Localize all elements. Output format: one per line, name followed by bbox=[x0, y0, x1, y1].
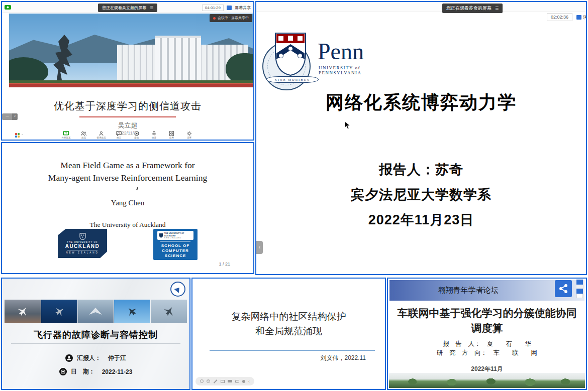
statue-graphic bbox=[52, 35, 80, 87]
slide6-date: 2022年11月 bbox=[388, 365, 586, 373]
transport-plane-photo bbox=[151, 300, 187, 323]
text-cursor-artifact bbox=[136, 187, 138, 190]
scrollbar[interactable] bbox=[576, 280, 583, 298]
meeting-toolbar: 共享屏幕 成员 管理成员 聊天 录制 转录 应用 设置 bbox=[60, 131, 195, 139]
logo-divider bbox=[67, 250, 97, 250]
fighter-photo bbox=[41, 300, 77, 323]
building-tower-graphic bbox=[155, 36, 201, 87]
airliner-photo bbox=[5, 300, 41, 323]
mouse-cursor-icon bbox=[345, 121, 350, 129]
share-mode-label[interactable]: 屏幕共享 bbox=[235, 5, 251, 11]
menu-icon[interactable]: ☰ bbox=[495, 6, 499, 11]
person-icon bbox=[65, 354, 73, 362]
scrollbar-track[interactable] bbox=[576, 294, 583, 298]
slide1-author: 吴立超 bbox=[2, 121, 253, 130]
slide-panel-auckland[interactable]: Mean Field Game as a Framework for Many-… bbox=[1, 142, 254, 274]
toolbar-manage[interactable]: 管理成员 bbox=[95, 131, 108, 139]
presenter-mode-button[interactable]: 演 bbox=[576, 14, 587, 21]
meeting-topbar: 您正在观看吴立超的屏幕 ☰ 04:01:29 屏幕共享 bbox=[2, 2, 253, 13]
members-icon bbox=[81, 131, 87, 136]
settings-icon bbox=[187, 131, 192, 136]
toolbar-share-screen[interactable]: 共享屏幕 bbox=[60, 131, 72, 139]
comment-icon[interactable] bbox=[235, 380, 239, 383]
meeting-app-icon[interactable] bbox=[5, 5, 11, 10]
screen-share-icon bbox=[63, 131, 69, 136]
floating-pill-text: ⋯ bbox=[2, 113, 12, 120]
slide1-cover-photo bbox=[9, 14, 253, 87]
meeting-timer: 02:02:36 bbox=[547, 13, 572, 21]
slide-panel-vehicular[interactable]: 翱翔青年学者论坛 车联网中基于强化学习的分簇使能协同 调度算 报 告 人： 夏 … bbox=[387, 278, 587, 390]
more-icon[interactable] bbox=[242, 380, 245, 383]
screen-icon[interactable] bbox=[228, 380, 232, 382]
stealth-fighter-photo bbox=[114, 300, 150, 323]
slide2-title-line1: Mean Field Game as a Framework for bbox=[2, 159, 253, 172]
mic-icon bbox=[152, 131, 156, 136]
floating-share-pill[interactable]: ⋯ ‹ bbox=[2, 113, 18, 120]
transport-plane-icon bbox=[160, 302, 178, 320]
slide6-title: 车联网中基于强化学习的分簇使能协同 调度算 bbox=[388, 306, 586, 336]
share-icon bbox=[558, 283, 569, 294]
watching-banner[interactable]: 您正在观看吴立超的屏幕 ☰ bbox=[98, 4, 157, 12]
reporter-label: 汇报人： bbox=[77, 354, 101, 362]
slide5-byline: 刘义伟，2022.11 bbox=[321, 354, 366, 362]
penn-wordmark: Penn bbox=[318, 38, 364, 65]
logo-right-line2: COMPUTER bbox=[162, 248, 189, 253]
screen-share-panel-wulichao[interactable]: 您正在观看吴立超的屏幕 ☰ 04:01:29 屏幕共享 会议中 · 屏幕共享中 … bbox=[1, 1, 254, 141]
slide2-author: Yang Chen bbox=[2, 199, 253, 207]
toolbar-transcribe[interactable]: 转录 bbox=[148, 131, 160, 139]
prev-icon[interactable] bbox=[200, 379, 204, 383]
slide2-title-line2: Many-agent Inverse Reinforcement Learnin… bbox=[2, 172, 253, 184]
presenter-mode-label: 演 bbox=[583, 14, 587, 21]
campus-photo-strip bbox=[389, 373, 585, 388]
slide4-reporter-row: 汇报人： 仲于江 bbox=[2, 354, 189, 362]
pen-icon[interactable] bbox=[214, 379, 217, 383]
manage-icon bbox=[99, 131, 105, 136]
recording-dot-icon bbox=[213, 17, 216, 20]
slide2-logos: THE UNIVERSITY OF AUCKLAND NEW ZEALAND T… bbox=[2, 229, 253, 260]
toolbar-record[interactable]: 录制 bbox=[131, 131, 143, 139]
penn-shield-icon bbox=[274, 32, 307, 76]
watching-banner[interactable]: 您正在观看苏奇的屏幕 ☰ bbox=[442, 4, 503, 13]
slide3-date: 2022年11月23日 bbox=[256, 211, 586, 229]
penn-wordmark-sub: UNIVERSITY of PENNSYLVANIA bbox=[319, 65, 387, 75]
slide5-title-line2: 和全局规范涌现 bbox=[192, 324, 385, 339]
sharing-tooltip-text: 会议中 · 屏幕共享中 bbox=[218, 16, 249, 21]
presentation-toolbar[interactable]: ‹ bbox=[195, 377, 254, 385]
logo-left-line2: AUCKLAND bbox=[65, 243, 100, 249]
flying-wing-icon bbox=[88, 307, 103, 316]
slide3-affiliation: 宾夕法尼亚大学数学系 bbox=[256, 186, 586, 204]
slide4-date: 2022-11-23 bbox=[102, 368, 133, 375]
screen-share-panel-suqi[interactable]: 您正在观看苏奇的屏幕 ☰ 02:02:36 演 SINE MORIBUS Pen… bbox=[255, 1, 587, 275]
scrollbar-segment[interactable] bbox=[576, 289, 583, 294]
toolbar-apps[interactable]: 应用 bbox=[166, 131, 178, 139]
menu-icon[interactable]: ☰ bbox=[150, 6, 153, 10]
slide-panel-networks[interactable]: 复杂网络中的社区结构保护 和全局规范涌现 刘义伟，2022.11 ‹ bbox=[191, 278, 386, 390]
toolbar-settings[interactable]: 设置 bbox=[183, 131, 195, 139]
toolbar-members[interactable]: 成员 bbox=[78, 131, 90, 139]
fighter-icon bbox=[51, 303, 67, 320]
taskbar-app-logo[interactable]: ⌃ bbox=[15, 133, 24, 138]
zoom-icon[interactable] bbox=[221, 380, 225, 383]
collapse-icon[interactable]: ‹ bbox=[248, 380, 250, 383]
slide3: SINE MORIBUS Penn UNIVERSITY of PENNSYLV… bbox=[256, 22, 586, 274]
toolbar-chat[interactable]: 聊天 bbox=[113, 131, 125, 139]
logo-right-band: THE UNIVERSITY OF AUCKLAND NEW ZEALAND bbox=[157, 231, 193, 240]
share-mode-icon bbox=[227, 6, 232, 10]
scrollbar-segment[interactable] bbox=[576, 280, 583, 285]
airliner-icon bbox=[14, 302, 32, 321]
share-button[interactable] bbox=[555, 280, 572, 297]
watching-text: 您正在观看苏奇的屏幕 bbox=[446, 5, 492, 12]
slide6-topic-row: 研 究 方 向： 车 联 网 bbox=[388, 349, 586, 357]
slide3-title: 网络化系统博弈动力学 bbox=[256, 90, 586, 115]
scrollbar-track[interactable] bbox=[576, 285, 583, 289]
collapse-caret-icon[interactable]: ⌃ bbox=[21, 134, 24, 137]
laser-icon[interactable] bbox=[207, 379, 210, 383]
slide6-title-line2: 调度算 bbox=[388, 321, 586, 336]
slide3-speaker: 报告人：苏奇 bbox=[256, 161, 586, 179]
flying-wing-photo bbox=[78, 300, 114, 323]
slide4-date-row: 日 期： 2022-11-23 bbox=[2, 367, 189, 376]
sidebar-expand-tab[interactable]: ‹ bbox=[256, 241, 263, 254]
pill-collapse-button[interactable]: ‹ bbox=[12, 113, 18, 120]
slide-panel-aircraft[interactable]: 飞行器的故障诊断与容错控制 汇报人： 仲于江 日 期： 2022-11-23 bbox=[1, 278, 190, 390]
slide5-title-line1: 复杂网络中的社区结构保护 bbox=[192, 310, 385, 324]
